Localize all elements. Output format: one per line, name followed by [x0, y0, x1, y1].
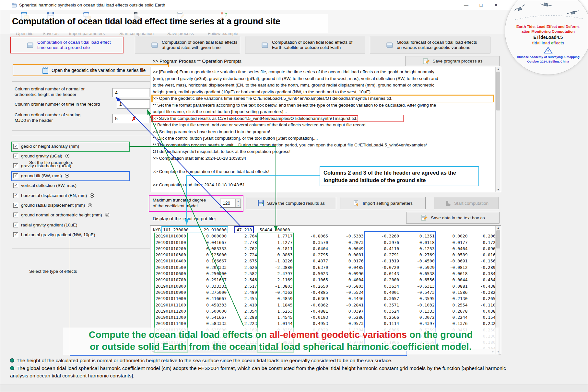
banner-text-segment: or outside solid Earth from the ocean ti… — [90, 341, 472, 352]
checkbox-label: horizontal displacement (EN, mm) — [21, 193, 87, 198]
display-io-file-label: Display of the input-output file↓ — [153, 216, 217, 221]
window-title: Spherical harmonic synthesis on ocean ti… — [19, 3, 165, 7]
checkbox-label: gravity disturbance (µGal) — [21, 163, 71, 168]
log-line: to the west, mas), horizontal displaceme… — [153, 82, 493, 89]
checkbox-label: ground gravity (µGal) — [21, 154, 62, 158]
log-scrollbar[interactable]: ▲▼ — [495, 67, 501, 192]
etideload-logo: Earth Tide, Load Effect and Deform- atio… — [505, 0, 588, 75]
checkbox[interactable]: ✓ — [13, 154, 18, 158]
height-column-spinner[interactable]: 4 ▲▼ — [112, 88, 155, 97]
start-icon — [444, 200, 451, 206]
effect-checkbox-row[interactable]: ✓vertical deflection (SW, mas) — [13, 181, 76, 190]
logo-tagline-line1: Earth Tide, Load Effect and Deform- — [505, 25, 588, 29]
spinner-arrows[interactable]: ▲▼ — [235, 199, 241, 207]
checkbox[interactable]: ✓ — [13, 223, 18, 227]
bullet-icon — [10, 358, 14, 363]
checkbox[interactable]: ✓ — [13, 183, 18, 188]
radio-indicator[interactable] — [90, 193, 94, 198]
effect-checkbox-row[interactable]: ✓horizontal gravity gradient (NW, 10µE) — [13, 231, 95, 239]
radio-indicator[interactable] — [88, 203, 92, 207]
checkbox[interactable]: ✓ — [13, 193, 18, 198]
radio-indicator[interactable] — [65, 174, 69, 178]
time-column-label: Column ordinal number of time in the rec… — [15, 102, 100, 107]
tab-earth-satellite[interactable]: Computation of ocean tidal load effects … — [245, 37, 365, 53]
checkbox[interactable]: ✓ — [13, 173, 18, 178]
checkbox[interactable]: ✓ — [13, 213, 18, 217]
logo-date: October 2024, Beijing, China — [505, 60, 588, 63]
log-line: height (mm), radial gravity gradient (10… — [153, 89, 493, 96]
tab-icon — [151, 42, 158, 48]
tab-time-series-ground-site[interactable]: Computation of ocean tidal load effectti… — [10, 37, 123, 53]
checkbox-label: horizontal gravity gradient (NW, 10µE) — [21, 232, 95, 237]
bullet-icon — [10, 366, 14, 370]
checkbox-label: geoid or height anomaly (mm) — [21, 144, 79, 149]
log-line: output file name, click the control butt… — [153, 109, 493, 115]
log-line: >> [Function] From a geodetic site varia… — [153, 69, 493, 75]
save-doc-icon — [423, 58, 430, 64]
tab-icon — [27, 42, 33, 48]
checkbox-label: radial gravity gradient (10µE) — [21, 223, 77, 227]
checkbox-label: vertical deflection (SW, mas) — [21, 183, 76, 188]
maximize-button[interactable]: □ — [475, 2, 488, 9]
open-site-file-button[interactable]: Open the geodetic site variation time se… — [13, 64, 169, 76]
radio-indicator[interactable] — [105, 213, 109, 217]
app-icon — [11, 3, 17, 8]
banner-text-segment: all-element geodetic variations — [269, 329, 407, 340]
effect-checkbox-row[interactable]: ✓radial gravity gradient (10µE) — [13, 221, 77, 229]
log-line: ** Click the control button [Start compu… — [153, 135, 493, 142]
mjd0-column-label: Column ordinal number of starting MJD0 i… — [15, 112, 80, 123]
page-title: Computation of ocean tidal load effect t… — [12, 17, 280, 27]
tab-global-forecast[interactable]: Global forecast of ocean tidal load effe… — [370, 37, 490, 53]
effect-checkbox-row[interactable]: ✓ground radial displacement (mm) — [13, 201, 92, 209]
effect-checkbox-row[interactable]: ✓ground gravity (µGal) — [13, 152, 69, 160]
tab-ground-sites-given-time[interactable]: Computation of ocean tidal load effectsa… — [135, 37, 240, 53]
import-setting-parameters-button[interactable]: Import setting parameters — [340, 197, 426, 209]
max-degree-spinner[interactable]: 120 ▲▼ — [220, 199, 241, 208]
logo-app-name: ETideLoad4.5 — [505, 35, 588, 40]
save-textbox-data-button[interactable]: Save data in the text box as — [406, 212, 500, 224]
time-column-spinner[interactable]: 1 ▲▼ — [117, 99, 155, 109]
log-line: ** Behind the input file record, add one… — [153, 122, 493, 129]
checkbox[interactable]: ✓ — [13, 144, 18, 149]
checkbox[interactable]: ✓ — [13, 203, 18, 208]
save-computed-results-button[interactable]: Save the computed results as — [246, 197, 336, 209]
checkbox-label: ground normal or orthometric height (mm) — [21, 213, 102, 217]
effect-checkbox-row[interactable]: ✓gravity disturbance (µGal) — [13, 162, 71, 170]
process-header: >> Program Process ** Operation Prompts — [153, 59, 241, 64]
tab-icon — [262, 42, 268, 48]
effect-checkbox-row[interactable]: ✓ground normal or orthometric height (mm… — [13, 211, 109, 219]
surveying-triangle-icon — [543, 47, 553, 54]
save-program-process-button[interactable]: Save program process as — [406, 56, 500, 66]
mjd0-column-spinner[interactable]: 5 ✗ ▲▼ — [112, 114, 155, 123]
notepad-icon — [42, 67, 49, 75]
satellites-icon — [512, 2, 586, 25]
banner-text-segment: Compute the ocean tidal load effects on — [89, 329, 270, 340]
start-computation-button[interactable]: Start computation — [434, 197, 499, 209]
tab-icon — [386, 42, 393, 48]
checkbox[interactable]: ✓ — [13, 232, 18, 237]
effect-checkbox-row[interactable]: ✓geoid or height anomaly (mm) — [13, 142, 79, 150]
banner-text-segment: on the ground — [407, 329, 473, 340]
log-line: >> Setting parameters have been imported… — [153, 129, 493, 135]
logo-colorful-word: tidal load effects — [505, 41, 588, 45]
file-parameters-group: Set the file parameters Column ordinal n… — [12, 81, 169, 131]
log-line: ** Set the file format parameters accord… — [153, 102, 493, 109]
max-degree-label: Maximum truncated degreeof the coefficie… — [153, 197, 206, 209]
close-button[interactable]: × — [489, 2, 502, 9]
error-x-icon: ✗ — [132, 115, 136, 122]
status-bar — [0, 385, 588, 392]
checkbox-label: ground radial displacement (mm) — [21, 203, 85, 208]
minimize-button[interactable]: — — [460, 2, 473, 9]
logo-org: Chinese Academy of Surveying & mapping — [505, 55, 588, 59]
log-line: ** The computation process needs to wait… — [153, 142, 493, 149]
checkbox-label: ground tilt (SW, mas) — [21, 173, 62, 178]
checkbox[interactable]: ✓ — [13, 163, 18, 168]
footer-note: The global ocean tidal load spherical ha… — [10, 364, 506, 379]
title-bar: Spherical harmonic synthesis on ocean ti… — [0, 0, 588, 10]
log-line: (mm), ground gravity (µGal), gravity dis… — [153, 75, 493, 82]
green-banner-annotation: Compute the ocean tidal load effects on … — [63, 328, 499, 355]
radio-indicator[interactable] — [65, 154, 69, 158]
height-column-label: Column ordinal number of normal or ortho… — [15, 86, 85, 97]
effect-checkbox-row[interactable]: ✓horizontal displacement (EN, mm) — [13, 191, 94, 200]
effect-checkbox-row[interactable]: ✓ground tilt (SW, mas) — [13, 171, 69, 180]
